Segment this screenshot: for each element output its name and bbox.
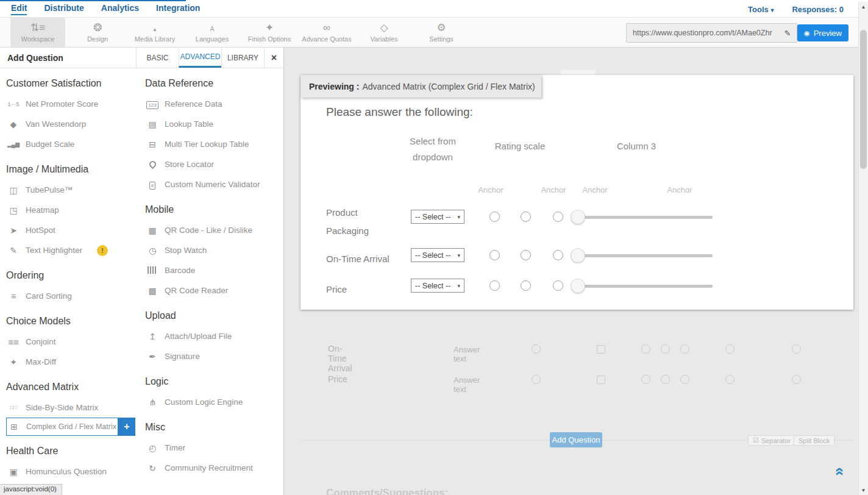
nav-item-distribute[interactable]: Distribute [44, 3, 84, 15]
nav-item-edit[interactable]: Edit [11, 3, 27, 15]
tool-finish-options[interactable]: ✦ Finish Options [241, 18, 298, 47]
row3-select-dropdown[interactable]: -- Select --▾ [411, 279, 464, 293]
dim-radio[interactable] [661, 375, 670, 384]
dim-radio[interactable] [661, 344, 670, 354]
tool-variables[interactable]: ◇ Variables [355, 18, 413, 47]
item-tubepulse[interactable]: ◫TubePulse™ [6, 180, 145, 200]
split-block-button[interactable]: Split Block [794, 435, 834, 446]
page-scrollbar[interactable]: ▲ ▼ [858, 2, 868, 495]
dim-radio[interactable] [725, 344, 735, 354]
dim-radio[interactable] [641, 344, 650, 354]
row1-rating-radio-3[interactable] [553, 212, 563, 222]
row3-rating-radio-1[interactable] [489, 280, 500, 291]
hash-box-icon: # [145, 179, 160, 190]
row3-rating-radio-2[interactable] [521, 280, 531, 291]
chevron-down-icon: ▾ [457, 214, 460, 220]
previewing-banner: Previewing : Advanced Matrix (Complex Gr… [301, 75, 541, 98]
row2-select-dropdown[interactable]: -- Select --▾ [411, 248, 464, 262]
tab-basic[interactable]: BASIC [136, 48, 179, 68]
row2-rating-radio-3[interactable] [553, 250, 563, 260]
nav-item-analytics[interactable]: Analytics [101, 3, 139, 15]
tool-advance-quotas[interactable]: ∞ Advance Quotas [298, 18, 355, 47]
row1-rating-radio-1[interactable] [489, 212, 500, 222]
scrollbar-thumb[interactable] [860, 30, 867, 169]
dim-checkbox[interactable] [597, 345, 605, 354]
dim-radio[interactable] [725, 375, 735, 384]
dim-radio[interactable] [792, 344, 801, 354]
row1-rating-radio-2[interactable] [521, 212, 531, 222]
row2-rating-radio-1[interactable] [489, 250, 500, 260]
scrollbar-up-icon[interactable]: ▲ [859, 4, 868, 10]
add-selected-question-button[interactable]: + [118, 418, 135, 436]
item-timer[interactable]: ◴Timer [145, 438, 279, 458]
item-card-sorting[interactable]: ≡Card Sorting [6, 286, 145, 306]
anchor-label: Anchor [469, 185, 512, 194]
row1-select-dropdown[interactable]: -- Select --▾ [411, 210, 464, 224]
nps-icon: 1···5 [6, 101, 21, 107]
item-lookup-table[interactable]: ▤Lookup Table [145, 114, 279, 134]
item-stop-watch[interactable]: ◷Stop Watch [145, 240, 279, 260]
item-van-westendorp[interactable]: ◆Van Westendorp [6, 114, 145, 134]
dim-checkbox[interactable] [597, 376, 605, 384]
dim-radio[interactable] [680, 375, 689, 384]
survey-url-input[interactable]: https://www.questionpro.com/t/AMae0Zhr ✎ [626, 23, 797, 43]
row2-slider[interactable] [571, 248, 713, 263]
item-max-diff[interactable]: ✦Max-Diff [6, 352, 145, 372]
section-customer-satisfaction: Customer Satisfaction [6, 78, 145, 89]
item-custom-logic-engine[interactable]: ⋔Custom Logic Engine [145, 392, 279, 412]
tool-workspace[interactable]: ⇅≡ Workspace [10, 18, 65, 47]
item-text-highlighter[interactable]: ✎Text Highlighter ! [6, 240, 145, 260]
eye-icon: ◉ [804, 29, 810, 37]
scroll-to-top-icon[interactable]: » [829, 467, 848, 475]
tools-menu[interactable]: Tools ▾ [748, 5, 774, 14]
item-reference-data[interactable]: 123Reference Data [145, 94, 279, 114]
item-homunculus-question[interactable]: ▣Homunculus Question [6, 461, 145, 482]
tool-design[interactable]: ❂ Design [69, 18, 126, 47]
item-budget-scale[interactable]: ▂▄▆Budget Scale [6, 134, 145, 154]
tool-settings[interactable]: ⚙ Settings [413, 18, 470, 47]
edit-url-icon[interactable]: ✎ [778, 29, 797, 38]
scrollbar-down-icon[interactable]: ▼ [859, 488, 868, 493]
item-complex-grid-flex-matrix[interactable]: ⊞Complex Grid / Flex Matrix [6, 418, 118, 436]
tab-advanced[interactable]: ADVANCED [179, 48, 221, 68]
responses-count[interactable]: Responses: 0 [792, 5, 844, 14]
item-qr-code-reader[interactable]: ▩QR Code Reader [145, 280, 279, 301]
close-panel-button[interactable]: × [264, 48, 283, 68]
item-conjoint[interactable]: ▥▥Conjoint [6, 332, 145, 352]
dim-radio[interactable] [532, 344, 541, 354]
gear-icon: ⚙ [436, 22, 446, 35]
row3-slider[interactable] [571, 279, 713, 293]
tab-library[interactable]: LIBRARY [221, 48, 264, 68]
item-multi-tier-lookup-table[interactable]: ⊟Multi Tier Lookup Table [145, 134, 279, 154]
row2-rating-radio-2[interactable] [521, 250, 531, 260]
dim-radio[interactable] [641, 375, 650, 384]
row3-rating-radio-3[interactable] [553, 280, 563, 291]
chevron-down-icon: ▾ [770, 7, 774, 13]
slider-handle[interactable] [571, 279, 585, 293]
item-side-by-side-matrix[interactable]: ∷∷Side-By-Side Matrix [6, 397, 145, 418]
item-attach-upload-file[interactable]: ↥Attach/Upload File [145, 326, 279, 346]
section-upload: Upload [145, 310, 279, 321]
row1-slider[interactable] [571, 210, 713, 224]
slider-handle[interactable] [571, 210, 585, 224]
status-link-preview: javascript:void(0) [0, 484, 62, 495]
item-store-locator[interactable]: Store Locator [145, 154, 279, 174]
tool-languages[interactable]: A Languages [183, 18, 241, 47]
tool-media-library[interactable]: ▴ Media Library [126, 18, 183, 47]
item-qr-code-like-dislike[interactable]: ▦QR Code - Like / Dislike [145, 220, 279, 240]
item-heatmap[interactable]: ◳Heatmap [6, 200, 145, 220]
item-signature[interactable]: ✒Signature [145, 346, 279, 366]
dim-radio[interactable] [532, 375, 541, 384]
dim-radio[interactable] [792, 375, 801, 384]
slider-handle[interactable] [571, 248, 585, 263]
nav-item-integration[interactable]: Integration [156, 3, 200, 15]
item-barcode[interactable]: Barcode [145, 260, 279, 280]
item-net-promoter-score[interactable]: 1···5Net Promoter Score [6, 94, 145, 114]
preview-button[interactable]: ◉ Preview [797, 24, 848, 41]
item-hotspot[interactable]: ➤HotSpot [6, 220, 145, 240]
item-custom-numeric-validator[interactable]: #Custom Numeric Validator [145, 174, 279, 194]
item-community-recruitment[interactable]: ↻Community Recruitment [145, 458, 279, 478]
add-question-button[interactable]: Add Question [550, 432, 602, 447]
separator-toggle[interactable]: ☑ Separator [748, 435, 795, 446]
dim-radio[interactable] [680, 344, 689, 354]
